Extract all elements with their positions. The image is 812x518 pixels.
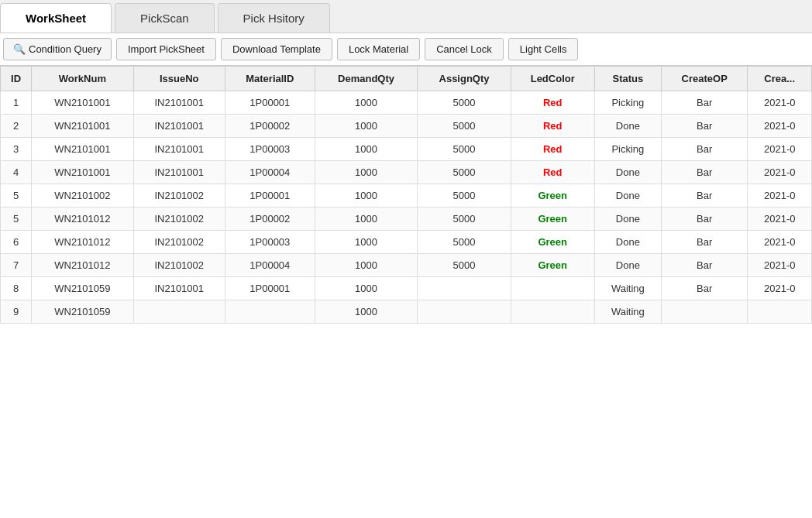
table-cell: 2021-0 [748, 115, 812, 138]
table-cell: 1000 [315, 115, 418, 138]
table-cell [418, 277, 511, 300]
table-cell [511, 277, 594, 300]
table-cell: Waiting [594, 300, 661, 324]
col-createop: CreateOP [661, 67, 747, 91]
col-ledcolor: LedColor [511, 67, 594, 91]
table-cell: Picking [594, 91, 661, 115]
table-cell: 1P00002 [225, 115, 315, 138]
tab-bar: WorkSheet PickScan Pick Hsitory [0, 0, 812, 33]
table-cell: IN2101002 [133, 208, 225, 231]
table-cell: 2021-0 [748, 208, 812, 231]
table-cell: 1P00004 [225, 161, 315, 184]
table-cell: Bar [661, 254, 747, 277]
col-assignqty: AssignQty [418, 67, 511, 91]
col-issueno: IssueNo [133, 67, 225, 91]
table-cell: WN2101001 [32, 91, 134, 115]
table-cell: 2021-0 [748, 161, 812, 184]
table-cell: Green [511, 231, 594, 254]
import-picksheet-button[interactable]: Import PickSheet [116, 38, 216, 60]
table-cell: 5 [1, 208, 32, 231]
table-cell: Picking [594, 138, 661, 161]
table-cell: 1P00001 [225, 277, 315, 300]
table-cell: 1 [1, 91, 32, 115]
table-cell: IN2101002 [133, 184, 225, 208]
lock-material-button[interactable]: Lock Material [337, 38, 420, 60]
table-cell: Red [511, 91, 594, 115]
col-worknum: WorkNum [32, 67, 134, 91]
table-body: 1WN2101001IN21010011P0000110005000RedPic… [1, 91, 812, 324]
download-template-button[interactable]: Download Template [221, 38, 332, 60]
table-row: 7WN2101012IN21010021P0000410005000GreenD… [1, 254, 812, 277]
table-cell: Red [511, 161, 594, 184]
table-cell: 1P00003 [225, 138, 315, 161]
col-crea: Crea... [748, 67, 812, 91]
table-cell: Bar [661, 277, 747, 300]
table-cell: Done [594, 161, 661, 184]
table-cell: 1000 [315, 138, 418, 161]
table-cell: 5 [1, 184, 32, 208]
condition-query-label: Condition Query [29, 43, 102, 55]
table-cell: WN2101012 [32, 231, 134, 254]
table-cell: Bar [661, 138, 747, 161]
table-cell: WN2101002 [32, 184, 134, 208]
table-cell: 5000 [418, 115, 511, 138]
table-cell [748, 300, 812, 324]
col-demandqty: DemandQty [315, 67, 418, 91]
light-cells-button[interactable]: Light Cells [508, 38, 579, 60]
table-cell: 5000 [418, 208, 511, 231]
table-cell: 2 [1, 115, 32, 138]
table-row: 4WN2101001IN21010011P0000410005000RedDon… [1, 161, 812, 184]
table-cell: IN2101001 [133, 91, 225, 115]
table-cell: 5000 [418, 254, 511, 277]
cancel-lock-button[interactable]: Cancel Lock [425, 38, 504, 60]
table-cell: IN2101001 [133, 161, 225, 184]
table-cell: 2021-0 [748, 254, 812, 277]
table-cell: Bar [661, 184, 747, 208]
table-cell: Green [511, 208, 594, 231]
table-cell: WN2101001 [32, 115, 134, 138]
table-row: 8WN2101059IN21010011P000011000WaitingBar… [1, 277, 812, 300]
table-cell [225, 300, 315, 324]
table-cell: Done [594, 115, 661, 138]
table-row: 9WN21010591000Waiting [1, 300, 812, 324]
table-cell [133, 300, 225, 324]
table-cell: 5000 [418, 231, 511, 254]
table-cell: 2021-0 [748, 138, 812, 161]
table-cell: WN2101059 [32, 277, 134, 300]
table-cell: 1P00003 [225, 231, 315, 254]
table-cell: IN2101002 [133, 231, 225, 254]
table-cell: 1P00001 [225, 184, 315, 208]
table-cell: Green [511, 184, 594, 208]
table-cell: WN2101001 [32, 161, 134, 184]
table-row: 5WN2101012IN21010021P0000210005000GreenD… [1, 208, 812, 231]
table-cell: Bar [661, 208, 747, 231]
table-cell: 2021-0 [748, 184, 812, 208]
table-row: 6WN2101012IN21010021P0000310005000GreenD… [1, 231, 812, 254]
table-cell: Done [594, 231, 661, 254]
condition-query-button[interactable]: 🔍 Condition Query [3, 38, 112, 60]
col-id: ID [1, 67, 32, 91]
table-cell [418, 300, 511, 324]
table-header-row: ID WorkNum IssueNo MaterialID DemandQty … [1, 67, 812, 91]
table-cell: Waiting [594, 277, 661, 300]
table-cell: WN2101059 [32, 300, 134, 324]
table-cell: 1000 [315, 300, 418, 324]
table-cell: 1P00004 [225, 254, 315, 277]
data-table-wrap: ID WorkNum IssueNo MaterialID DemandQty … [0, 66, 812, 324]
table-cell: Bar [661, 231, 747, 254]
table-cell: 9 [1, 300, 32, 324]
table-row: 5WN2101002IN21010021P0000110005000GreenD… [1, 184, 812, 208]
tab-pickhistory[interactable]: Pick Hsitory [218, 3, 330, 33]
table-row: 3WN2101001IN21010011P0000310005000RedPic… [1, 138, 812, 161]
table-cell: 1P00002 [225, 208, 315, 231]
data-table: ID WorkNum IssueNo MaterialID DemandQty … [0, 66, 812, 324]
table-cell: Done [594, 254, 661, 277]
tab-pickscan[interactable]: PickScan [115, 3, 215, 33]
tab-worksheet[interactable]: WorkSheet [0, 3, 112, 33]
table-cell: 7 [1, 254, 32, 277]
table-cell: IN2101002 [133, 254, 225, 277]
table-cell: Red [511, 138, 594, 161]
table-cell: 4 [1, 161, 32, 184]
table-cell: WN2101012 [32, 208, 134, 231]
table-cell [511, 300, 594, 324]
